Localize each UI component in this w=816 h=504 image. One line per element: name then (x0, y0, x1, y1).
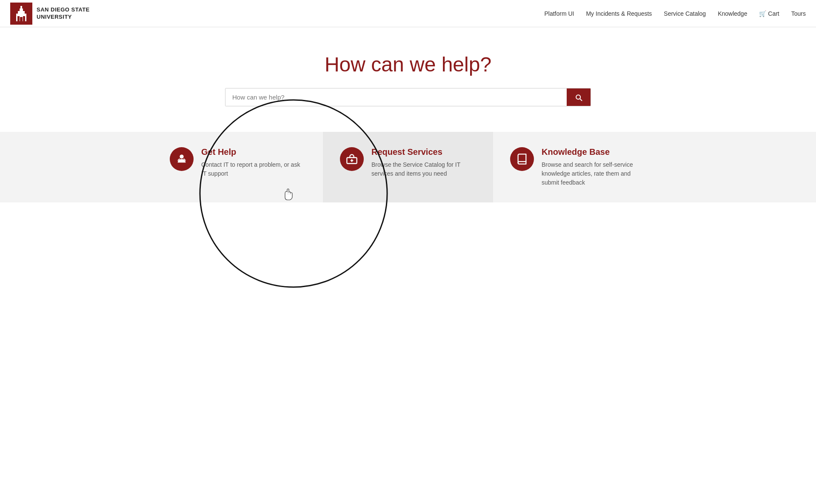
svg-rect-6 (20, 17, 23, 21)
knowledge-base-title: Knowledge Base (542, 147, 646, 157)
nav-incidents[interactable]: My Incidents & Requests (586, 10, 652, 17)
search-input[interactable] (225, 88, 567, 106)
main-nav: Platform UI My Incidents & Requests Serv… (544, 10, 806, 17)
get-help-title: Get Help (201, 147, 306, 157)
nav-knowledge[interactable]: Knowledge (718, 10, 747, 17)
main-content: How can we help? (0, 27, 816, 132)
nav-tours[interactable]: Tours (791, 10, 806, 17)
get-help-content: Get Help Contact IT to report a problem,… (201, 147, 306, 178)
svg-point-7 (180, 155, 183, 159)
header: San Diego State University Platform UI M… (0, 0, 816, 27)
cards-inner: Get Help Contact IT to report a problem,… (153, 132, 663, 202)
nav-platform-ui[interactable]: Platform UI (544, 10, 574, 17)
knowledge-base-content: Knowledge Base Browse and search for sel… (542, 147, 646, 187)
person-icon (176, 153, 188, 165)
card-get-help[interactable]: Get Help Contact IT to report a problem,… (153, 132, 323, 202)
svg-rect-3 (20, 6, 22, 9)
request-services-content: Request Services Browse the Service Cata… (371, 147, 476, 178)
book-icon (516, 153, 528, 165)
hero-title: How can we help? (325, 53, 491, 76)
card-request-services[interactable]: Request Services Browse the Service Cata… (323, 132, 493, 202)
get-help-icon-circle (170, 147, 194, 171)
cards-section: Get Help Contact IT to report a problem,… (0, 132, 816, 202)
svg-rect-5 (23, 16, 25, 21)
svg-rect-4 (17, 16, 20, 21)
get-help-desc: Contact IT to report a problem, or ask I… (201, 160, 306, 178)
knowledge-base-icon-circle (510, 147, 534, 171)
briefcase-icon (346, 153, 358, 165)
card-knowledge-base[interactable]: Knowledge Base Browse and search for sel… (493, 132, 663, 202)
search-button[interactable] (567, 88, 591, 106)
search-bar (225, 88, 591, 106)
cart-icon: 🛒 (759, 10, 766, 17)
logo-text: San Diego State University (37, 6, 90, 21)
request-services-icon-circle (340, 147, 364, 171)
logo-area[interactable]: San Diego State University (10, 3, 90, 25)
request-services-title: Request Services (371, 147, 476, 157)
knowledge-base-desc: Browse and search for self-service knowl… (542, 160, 646, 187)
nav-cart[interactable]: 🛒 Cart (759, 10, 779, 17)
nav-service-catalog[interactable]: Service Catalog (664, 10, 706, 17)
search-icon (574, 93, 583, 102)
logo-badge (10, 3, 32, 25)
request-services-desc: Browse the Service Catalog for IT servic… (371, 160, 476, 178)
